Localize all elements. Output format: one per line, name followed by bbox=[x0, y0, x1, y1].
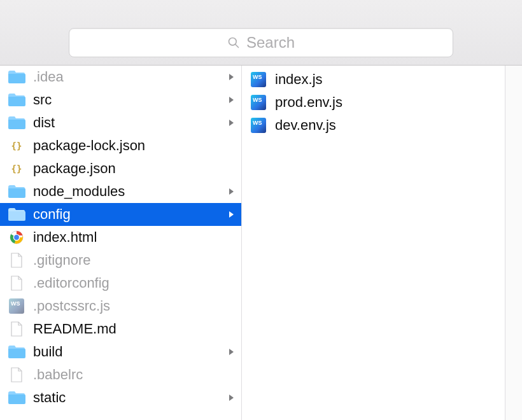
item-label: dev.env.js bbox=[275, 117, 336, 134]
file-icon bbox=[8, 253, 25, 268]
file-icon bbox=[8, 321, 25, 337]
item-label: build bbox=[33, 344, 62, 360]
file-item[interactable]: index.html bbox=[0, 226, 241, 249]
file-item[interactable]: {}package.json bbox=[0, 157, 241, 180]
folder-item[interactable]: dist bbox=[0, 111, 241, 134]
file-icon bbox=[8, 367, 25, 382]
chrome-icon bbox=[8, 230, 25, 245]
file-item[interactable]: index.js bbox=[242, 68, 505, 91]
folder-icon bbox=[8, 184, 25, 199]
item-label: README.md bbox=[33, 321, 116, 337]
item-label: package.json bbox=[33, 160, 116, 177]
chevron-right-icon bbox=[229, 211, 235, 218]
json-file-icon: {} bbox=[8, 138, 25, 153]
file-item[interactable]: prod.env.js bbox=[242, 91, 505, 114]
folder-item[interactable]: config bbox=[0, 203, 241, 226]
folder-item[interactable]: node_modules bbox=[0, 180, 241, 203]
column-left[interactable]: .idea src dist {}package-lock.json{}pack… bbox=[0, 66, 242, 420]
file-item[interactable]: README.md bbox=[0, 318, 241, 340]
chevron-right-icon bbox=[229, 96, 235, 104]
file-item[interactable]: dev.env.js bbox=[242, 114, 505, 137]
file-item[interactable]: .babelrc bbox=[0, 363, 241, 386]
file-item[interactable]: .gitignore bbox=[0, 249, 241, 272]
item-label: .postcssrc.js bbox=[33, 298, 110, 314]
file-icon bbox=[8, 276, 25, 291]
chevron-right-icon bbox=[229, 188, 235, 195]
item-label: .babelrc bbox=[33, 367, 83, 383]
file-item[interactable]: .editorconfig bbox=[0, 272, 241, 295]
folder-item[interactable]: src bbox=[0, 88, 241, 111]
item-label: node_modules bbox=[33, 183, 125, 200]
item-label: .idea bbox=[33, 69, 64, 85]
chevron-right-icon bbox=[229, 394, 235, 402]
item-label: prod.env.js bbox=[275, 94, 342, 111]
folder-icon bbox=[8, 69, 25, 85]
folder-icon bbox=[8, 115, 25, 130]
search-placeholder: Search bbox=[246, 34, 295, 52]
webstorm-file-icon bbox=[250, 72, 267, 87]
chevron-right-icon bbox=[229, 73, 235, 81]
search-icon bbox=[227, 36, 240, 49]
webstorm-file-icon bbox=[250, 95, 267, 110]
item-label: dist bbox=[33, 115, 55, 131]
item-label: .gitignore bbox=[33, 252, 91, 269]
item-label: index.js bbox=[275, 71, 323, 88]
item-label: .editorconfig bbox=[33, 275, 109, 291]
file-item[interactable]: .postcssrc.js bbox=[0, 295, 241, 318]
item-label: static bbox=[33, 389, 66, 406]
folder-icon bbox=[8, 344, 25, 360]
file-item[interactable]: {}package-lock.json bbox=[0, 134, 241, 157]
item-label: src bbox=[33, 92, 52, 108]
folder-item[interactable]: .idea bbox=[0, 66, 241, 88]
folder-item[interactable]: static bbox=[0, 386, 241, 409]
item-label: config bbox=[33, 206, 71, 223]
search-field[interactable]: Search bbox=[69, 28, 453, 57]
folder-icon bbox=[8, 390, 25, 405]
toolbar: Search bbox=[0, 0, 522, 66]
column-gutter bbox=[505, 66, 522, 420]
json-file-icon: {} bbox=[8, 161, 25, 176]
webstorm-file-icon bbox=[250, 118, 267, 133]
webstorm-file-icon bbox=[8, 298, 25, 314]
svg-line-1 bbox=[235, 45, 238, 48]
folder-item[interactable]: build bbox=[0, 340, 241, 363]
chevron-right-icon bbox=[229, 119, 235, 127]
chevron-right-icon bbox=[229, 348, 235, 356]
folder-icon bbox=[8, 92, 25, 108]
item-label: index.html bbox=[33, 229, 97, 246]
folder-icon bbox=[8, 207, 25, 222]
item-label: package-lock.json bbox=[33, 137, 145, 154]
column-right[interactable]: index.jsprod.env.jsdev.env.js bbox=[242, 66, 505, 420]
finder-columns: .idea src dist {}package-lock.json{}pack… bbox=[0, 66, 522, 420]
